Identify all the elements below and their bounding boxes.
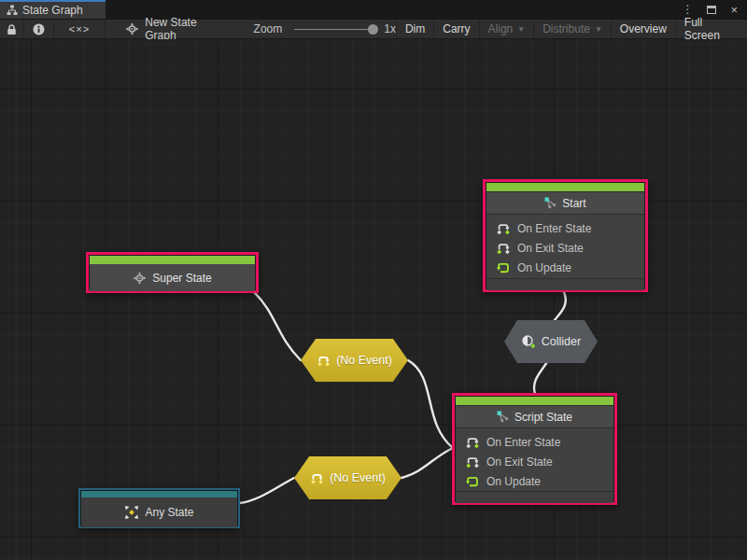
chevron-down-icon: ▼ bbox=[595, 25, 602, 34]
event-label: On Update bbox=[486, 475, 541, 488]
event-row[interactable]: On Exit State bbox=[456, 452, 613, 471]
transition-event-icon bbox=[310, 471, 324, 485]
title-bar: State Graph ⋮ × bbox=[0, 0, 747, 19]
graph-name-label: New State Graph bbox=[145, 16, 230, 42]
close-icon[interactable]: × bbox=[730, 4, 738, 16]
on-update-icon bbox=[465, 474, 480, 489]
toolbar: <×> New State Graph Zoom 1x Dim Carry bbox=[0, 19, 747, 39]
node-footer bbox=[456, 491, 613, 503]
on-enter-state-icon bbox=[465, 435, 480, 450]
event-row[interactable]: On Enter State bbox=[456, 432, 613, 452]
event-row[interactable]: On Enter State bbox=[486, 218, 644, 238]
graph-canvas[interactable]: Start On Enter State bbox=[0, 39, 747, 560]
collider-icon bbox=[521, 334, 536, 349]
zoom-slider-knob[interactable] bbox=[368, 24, 378, 35]
event-list: On Enter State On Exit State bbox=[456, 427, 613, 491]
zoom-control: Zoom 1x bbox=[254, 20, 396, 38]
node-start-header[interactable]: Start bbox=[486, 191, 644, 214]
event-row[interactable]: On Update bbox=[456, 471, 613, 491]
zoom-slider[interactable] bbox=[294, 24, 376, 35]
node-start[interactable]: Start On Enter State bbox=[483, 179, 648, 292]
event-label: On Enter State bbox=[486, 436, 560, 449]
node-title: Super State bbox=[152, 272, 211, 285]
node-script-state-header[interactable]: Script State bbox=[456, 405, 613, 427]
transition-label: (No Event) bbox=[330, 471, 386, 484]
transition-label: (No Event) bbox=[336, 354, 392, 367]
on-exit-state-icon bbox=[465, 455, 480, 469]
graph-hierarchy-icon bbox=[7, 5, 18, 16]
any-state-icon bbox=[124, 505, 139, 520]
align-button[interactable]: Align ▼ bbox=[479, 20, 534, 38]
transition-event-icon bbox=[317, 354, 331, 368]
state-color-bar bbox=[456, 397, 613, 405]
overview-button[interactable]: Overview bbox=[611, 20, 675, 38]
node-any-state[interactable]: Any State bbox=[78, 488, 240, 528]
node-title: Any State bbox=[145, 506, 193, 519]
graph-name: New State Graph bbox=[125, 20, 230, 38]
code-preview-button[interactable]: <×> bbox=[54, 20, 106, 38]
kebab-menu-icon[interactable]: ⋮ bbox=[682, 4, 693, 15]
edge-anystate-to-transition2[interactable] bbox=[240, 478, 294, 503]
carry-button[interactable]: Carry bbox=[433, 20, 478, 38]
node-any-state-header[interactable]: Any State bbox=[81, 497, 237, 527]
node-script-state[interactable]: Script State On Enter State bbox=[452, 393, 617, 505]
zoom-slider-track bbox=[294, 29, 376, 30]
node-transition-2[interactable]: (No Event) bbox=[294, 456, 402, 499]
chevron-down-icon: ▼ bbox=[517, 25, 525, 34]
gizmo-icon bbox=[133, 272, 147, 285]
tab-title: State Graph bbox=[22, 4, 83, 17]
event-row[interactable]: On Update bbox=[486, 258, 644, 277]
code-icon: <×> bbox=[69, 23, 90, 35]
info-icon bbox=[33, 23, 45, 35]
gizmo-icon bbox=[125, 22, 139, 35]
edge-superstate-to-transition1[interactable] bbox=[254, 292, 301, 360]
on-exit-state-icon bbox=[496, 241, 511, 256]
node-super-state-header[interactable]: Super State bbox=[90, 264, 255, 291]
zoom-value: 1x bbox=[384, 22, 396, 35]
state-color-bar bbox=[486, 183, 644, 191]
nest-graph-icon bbox=[544, 197, 557, 209]
event-label: On Enter State bbox=[517, 222, 591, 235]
maximize-icon[interactable] bbox=[707, 6, 716, 14]
lock-button[interactable] bbox=[0, 20, 24, 38]
lock-icon bbox=[7, 23, 17, 35]
event-label: On Exit State bbox=[486, 455, 553, 469]
nest-graph-icon bbox=[497, 411, 509, 423]
tab-state-graph[interactable]: State Graph bbox=[0, 0, 106, 19]
node-title: Start bbox=[562, 197, 585, 210]
event-label: On Exit State bbox=[517, 242, 584, 255]
full-screen-button[interactable]: Full Screen bbox=[675, 20, 747, 38]
info-button[interactable] bbox=[24, 20, 54, 38]
node-title: Script State bbox=[514, 411, 572, 424]
state-color-bar bbox=[90, 256, 255, 264]
node-collider[interactable]: Collider bbox=[504, 320, 598, 363]
on-update-icon bbox=[496, 260, 511, 275]
any-state-color-bar bbox=[81, 491, 237, 497]
toolbar-right-group: Dim Carry Align ▼ Distribute ▼ Overview … bbox=[396, 20, 747, 38]
on-enter-state-icon bbox=[496, 221, 511, 236]
edge-transition2-to-scriptstate[interactable] bbox=[402, 448, 453, 478]
edge-transition1-to-scriptstate[interactable] bbox=[408, 360, 453, 448]
node-transition-1[interactable]: (No Event) bbox=[301, 339, 408, 382]
event-list: On Enter State On Exit State bbox=[486, 214, 644, 278]
event-row[interactable]: On Exit State bbox=[486, 238, 644, 258]
node-footer bbox=[486, 278, 644, 290]
node-title: Collider bbox=[542, 335, 581, 348]
zoom-label: Zoom bbox=[254, 22, 283, 35]
dim-button[interactable]: Dim bbox=[396, 20, 433, 38]
event-label: On Update bbox=[517, 261, 571, 274]
distribute-button[interactable]: Distribute ▼ bbox=[533, 20, 611, 38]
node-super-state[interactable]: Super State bbox=[86, 252, 259, 293]
